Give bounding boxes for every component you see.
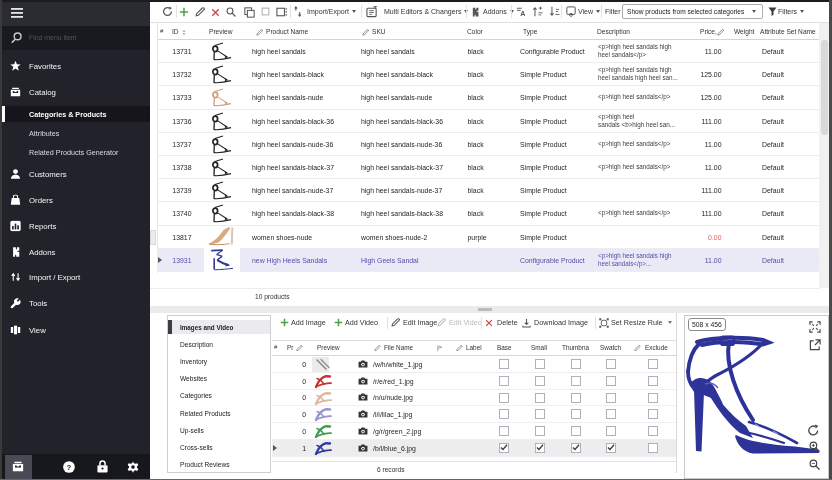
svg-text:?: ? [67, 463, 72, 472]
svg-text:A: A [520, 10, 525, 17]
